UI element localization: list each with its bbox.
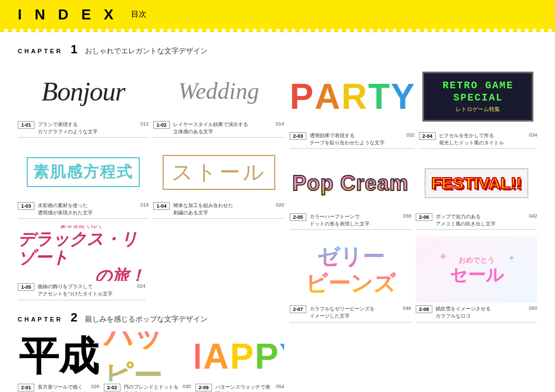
- item-2-09: HAPPY 2-09 パターンスウォッチで表現するポップでカラフルな文字 054: [195, 331, 284, 392]
- page-2-01: 028: [91, 384, 99, 389]
- page-1-03: 018: [140, 202, 149, 208]
- item-2-05: Pop Cream 2-05 カラーハーフトーンでドットの形を表現した文字 03…: [290, 155, 411, 230]
- preview-deluxe: 豪華客船でゆく デラックス・リゾートの旅！: [18, 225, 145, 281]
- desc-1-05: 曲線の飾りをプラスしてアクセントをつけたタイトル文字: [38, 283, 134, 297]
- preview-omedetou: おめでとう セール ✦ ✦: [416, 237, 537, 303]
- souhada-text: 素肌感方程式: [27, 157, 140, 187]
- main-content: CHAPTER 1 おしゃれでエレガントな文字デザイン Bonjour 1-01…: [0, 32, 555, 392]
- caption-2-03: 2-03 透明効果で表現するテープを貼り合わせたような文字 032: [290, 132, 415, 149]
- desc-2-03: 透明効果で表現するテープを貼り合わせたような文字: [310, 132, 403, 146]
- jelly-text: ゼリービーンズ: [305, 243, 396, 296]
- page-1-04: 020: [276, 202, 284, 208]
- desc-1-02: レイヤースタイル効果で演出する立体感のある文字: [173, 121, 273, 135]
- item-2-07: ゼリービーンズ 2-07 カラフルなゼリービーンズをイメージした文字 046: [290, 237, 411, 322]
- chapter1-num: 1: [70, 42, 77, 57]
- preview-party: PARTY: [290, 63, 415, 130]
- chapter2-title: 親しみを感じるポップな文字デザイン: [85, 314, 208, 324]
- preview-popcream: Pop Cream: [290, 155, 411, 211]
- code-1-04: 1-04: [153, 202, 170, 210]
- desc-2-08: 紙吹雪をイメージさせるカラフルなロゴ: [436, 305, 526, 319]
- caption-2-06: 2-06 ポップで迫力のあるアメコミ風の吹き出し文字 042: [416, 213, 537, 230]
- code-2-02: 2-02: [104, 384, 120, 391]
- heisei-text: 平成: [19, 331, 99, 381]
- preview-souhada: 素肌感方程式: [18, 144, 149, 200]
- desc-2-04: ピクセルを生かして作る発光したドット風のタイトル: [439, 132, 526, 146]
- item-2-04: RETRO GAMESPECIAL レトロゲーム特集 2-04 ピクセルを生かし…: [419, 63, 537, 149]
- caption-2-02: 2-02 円のブレンドとドットを組み合わせたカラフルでポップな文字 030: [104, 384, 191, 392]
- caption-2-04: 2-04 ピクセルを生かして作る発光したドット風のタイトル 034: [419, 132, 537, 149]
- ch2-row1: 平成 2-01 長方形ツールで描くスタイリッシュなオリジナル文字 028 ハッピ…: [18, 331, 284, 392]
- retro-sub: レトロゲーム特集: [456, 105, 500, 113]
- preview-stool: ストール: [153, 144, 284, 200]
- preview-heisei: 平成: [18, 331, 99, 381]
- item-2-02: ハッピー 2-02 円のブレンドとドットを組み合わせたカラフルでポップな文字 0…: [104, 331, 191, 392]
- code-1-05: 1-05: [18, 283, 34, 291]
- item-2-01: 平成 2-01 長方形ツールで描くスタイリッシュなオリジナル文字 028: [18, 331, 99, 392]
- caption-1-02: 1-02 レイヤースタイル効果で演出する立体感のある文字 014: [153, 121, 284, 138]
- desc-2-05: カラーハーフトーンでドットの形を表現した文字: [310, 213, 400, 227]
- preview-festival: FESTIVAL!!: [416, 155, 537, 211]
- chapter1-heading: CHAPTER 1 おしゃれでエレガントな文字デザイン: [18, 42, 537, 57]
- code-2-04: 2-04: [419, 132, 436, 140]
- caption-1-03: 1-03 水彩画の素材を使った透明感が表現された文字 018: [18, 202, 149, 219]
- happy-jp-text: ハッピー: [104, 331, 191, 381]
- retro-title: RETRO GAMESPECIAL: [442, 80, 513, 104]
- ch1-left: Bonjour 1-01 ブラシで表現するカリグラフィのような文字 012 We…: [18, 63, 284, 392]
- code-2-06: 2-06: [416, 213, 432, 221]
- deluxe-text: デラックス・リゾートの旅！: [18, 230, 145, 281]
- desc-2-06: ポップで迫力のあるアメコミ風の吹き出し文字: [436, 213, 526, 227]
- desc-2-09: パターンスウォッチで表現するポップでカラフルな文字: [215, 384, 273, 392]
- page-2-02: 030: [183, 384, 191, 389]
- festival-text: FESTIVAL!!: [425, 168, 528, 198]
- caption-1-04: 1-04 簡単な加工を組み合わせた刺繍のある文字 020: [153, 202, 284, 219]
- page-2-06: 042: [529, 213, 537, 219]
- item-1-03: 素肌感方程式 1-03 水彩画の素材を使った透明感が表現された文字 018: [18, 144, 149, 219]
- preview-bonjour: Bonjour: [18, 63, 149, 119]
- full-layout: Bonjour 1-01 ブラシで表現するカリグラフィのような文字 012 We…: [18, 63, 537, 392]
- item-2-03: PARTY 2-03 透明効果で表現するテープを貼り合わせたような文字 032: [290, 63, 415, 149]
- ch1-row3: 豪華客船でゆく デラックス・リゾートの旅！ 1-05 曲線の飾りをプラスしてアク…: [18, 225, 284, 304]
- desc-2-01: 長方形ツールで描くスタイリッシュなオリジナル文字: [38, 384, 88, 392]
- item-1-04: ストール 1-04 簡単な加工を組み合わせた刺繍のある文字 020: [153, 144, 284, 219]
- wedding-text: Wedding: [178, 78, 259, 104]
- desc-1-04: 簡単な加工を組み合わせた刺繍のある文字: [173, 202, 273, 216]
- popcream-text: Pop Cream: [292, 172, 409, 195]
- item-1-02: Wedding 1-02 レイヤースタイル効果で演出する立体感のある文字 014: [153, 63, 284, 138]
- page-2-08: 050: [529, 305, 537, 311]
- desc-1-01: ブラシで表現するカリグラフィのような文字: [38, 121, 137, 135]
- page-1-02: 014: [276, 121, 284, 127]
- code-2-09: 2-09: [195, 384, 212, 391]
- ch1-row1: Bonjour 1-01 ブラシで表現するカリグラフィのような文字 012 We…: [18, 63, 284, 142]
- page-2-05: 038: [403, 213, 411, 219]
- bonjour-text: Bonjour: [42, 76, 125, 107]
- desc-1-03: 水彩画の素材を使った透明感が表現された文字: [38, 202, 137, 216]
- caption-1-01: 1-01 ブラシで表現するカリグラフィのような文字 012: [18, 121, 149, 138]
- stool-text: ストール: [163, 155, 275, 190]
- page-1-01: 012: [140, 121, 149, 127]
- ch1-row2: 素肌感方程式 1-03 水彩画の素材を使った透明感が表現された文字 018 スト…: [18, 144, 284, 223]
- omedetou-container: おめでとう セール ✦ ✦: [450, 255, 504, 285]
- jp-label: 目次: [131, 9, 147, 19]
- right-row2: Pop Cream 2-05 カラーハーフトーンでドットの形を表現した文字 03…: [290, 155, 537, 234]
- item-2-08: おめでとう セール ✦ ✦ 2-08 紙吹雪をイメージさせるカラフルなロゴ 05…: [416, 237, 537, 322]
- preview-happyjp: ハッピー: [104, 331, 191, 381]
- desc-2-02: 円のブレンドとドットを組み合わせたカラフルでポップな文字: [124, 384, 179, 392]
- code-1-01: 1-01: [18, 121, 34, 129]
- item-2-06: FESTIVAL!! 2-06 ポップで迫力のあるアメコミ風の吹き出し文字 04…: [416, 155, 537, 230]
- right-row3: ゼリービーンズ 2-07 カラフルなゼリービーンズをイメージした文字 046 お…: [290, 237, 537, 326]
- caption-1-05: 1-05 曲線の飾りをプラスしてアクセントをつけたタイトル文字 024: [18, 283, 145, 300]
- caption-2-01: 2-01 長方形ツールで描くスタイリッシュなオリジナル文字 028: [18, 384, 99, 392]
- caption-2-09: 2-09 パターンスウォッチで表現するポップでカラフルな文字 054: [195, 384, 284, 392]
- omedetou-label1: おめでとう: [450, 255, 504, 265]
- right-panel: PARTY 2-03 透明効果で表現するテープを貼り合わせたような文字 032 …: [290, 63, 537, 392]
- deluxe-sub: 豪華客船でゆく: [60, 225, 103, 230]
- code-2-01: 2-01: [18, 384, 34, 391]
- page-2-04: 034: [529, 132, 537, 138]
- retro-box: RETRO GAMESPECIAL レトロゲーム特集: [422, 72, 533, 122]
- code-2-08: 2-08: [416, 305, 432, 313]
- deluxe-container: 豪華客船でゆく デラックス・リゾートの旅！: [18, 225, 145, 281]
- page-2-09: 054: [276, 384, 284, 389]
- page-2-03: 032: [406, 132, 415, 138]
- chapter1-title: おしゃれでエレガントな文字デザイン: [85, 46, 208, 56]
- caption-2-05: 2-05 カラーハーフトーンでドットの形を表現した文字 038: [290, 213, 411, 230]
